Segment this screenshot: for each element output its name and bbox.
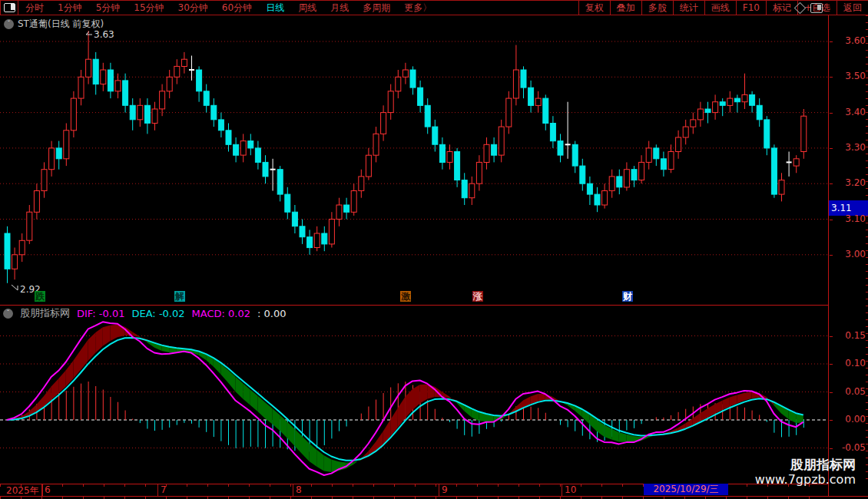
month-separator (562, 484, 562, 496)
period-tab-多周期[interactable]: 多周期 (356, 2, 397, 15)
diamond-icon[interactable] (794, 2, 807, 15)
high-price-annotation: 3.63 (94, 29, 114, 40)
price-label-3.20: 3.20 (829, 177, 866, 188)
price-label-3.60: 3.60 (829, 35, 866, 46)
macd-readout: MACD: 0.02 (192, 308, 250, 319)
watermark-url: www.7gpzb.com (755, 472, 856, 487)
pane-split-icon[interactable] (810, 3, 823, 13)
macd-indicator-pane[interactable]: ˇ 股朋指标网 DIF: -0.01 DEA: -0.02 MACD: 0.02… (0, 306, 828, 484)
period-toolbar: 分时1分钟5分钟15分钟30分钟60分钟日线周线月线多周期更多〉 复权叠加多股统… (0, 0, 868, 15)
axis-tick (830, 364, 833, 365)
signal-marker-激: 激 (400, 291, 411, 302)
macd-label-0.00: 0.00 (829, 414, 866, 425)
indicator-collapse-icon[interactable]: ˇ (3, 309, 13, 319)
collapse-chevron-icon[interactable]: ˇ (4, 19, 14, 29)
period-tab-5分钟[interactable]: 5分钟 (89, 2, 128, 15)
period-tab-group: 分时1分钟5分钟15分钟30分钟60分钟日线周线月线多周期更多〉 (18, 1, 439, 15)
month-label-7: 7 (161, 484, 167, 495)
signal-marker-财: 财 (622, 291, 633, 302)
split-window-icon (4, 3, 15, 12)
month-label-10: 10 (565, 484, 576, 495)
month-separator (293, 484, 293, 496)
stock-app-window: 分时1分钟5分钟15分钟30分钟60分钟日线周线月线多周期更多〉 复权叠加多股统… (0, 0, 868, 499)
period-tab-分时[interactable]: 分时 (18, 2, 51, 15)
tool-button-画线[interactable]: 画线 (704, 1, 736, 15)
tool-button-统计[interactable]: 统计 (673, 1, 704, 15)
month-label-9: 9 (442, 484, 448, 495)
selected-date-badge: 2025/10/29/三 (644, 484, 728, 495)
chart-title-bar: ˇ ST通葡(日线 前复权) (4, 18, 104, 31)
month-label-8: 8 (296, 484, 302, 495)
dea-readout: DEA: -0.02 (131, 308, 184, 319)
month-separator (41, 484, 42, 496)
axis-tick (830, 420, 833, 421)
period-tab-30分钟[interactable]: 30分钟 (171, 2, 215, 15)
month-separator (157, 484, 158, 496)
axis-tick (830, 77, 833, 78)
period-tab-60分钟[interactable]: 60分钟 (215, 2, 259, 15)
right-axis-column[interactable]: 3.11 3.603.503.403.303.203.103.000.150.1… (828, 15, 868, 496)
price-label-3.10: 3.10 (829, 213, 866, 224)
watermark-name: 股朋指标网 (755, 457, 856, 472)
period-tab-日线[interactable]: 日线 (259, 2, 291, 15)
tool-button-F10[interactable]: F10 (736, 1, 766, 15)
macd-label--0.05: -0.05 (829, 442, 866, 453)
axis-tick (830, 392, 833, 393)
chart-title: ST通葡(日线 前复权) (18, 18, 104, 31)
period-tab-更多〉[interactable]: 更多〉 (397, 2, 439, 15)
price-label-3.50: 3.50 (829, 71, 866, 81)
extra-readout: : 0.00 (257, 308, 286, 319)
price-label-3.30: 3.30 (829, 142, 866, 153)
candlestick-pane[interactable]: ˇ ST通葡(日线 前复权) 3.63 2.92 跌解激涨财 (0, 15, 828, 305)
month-label-6: 6 (45, 484, 51, 495)
price-label-3.40: 3.40 (829, 107, 866, 117)
signal-marker-涨: 涨 (472, 291, 483, 302)
period-tab-月线[interactable]: 月线 (323, 2, 356, 15)
macd-label-0.05: 0.05 (829, 386, 866, 397)
site-watermark: 股朋指标网 www.7gpzb.com (755, 457, 856, 487)
tool-button-group: 复权叠加多股统计画线F10标记+自选返回 (578, 1, 868, 15)
price-label-3.00: 3.00 (829, 249, 866, 259)
axis-tick (830, 448, 833, 449)
tool-button-多股[interactable]: 多股 (641, 1, 673, 15)
tool-button-返回[interactable]: 返回 (837, 1, 868, 15)
indicator-name: 股朋指标网 (20, 306, 70, 320)
macd-label-0.15: 0.15 (829, 330, 866, 341)
period-tab-周线[interactable]: 周线 (291, 2, 323, 15)
period-tab-1分钟[interactable]: 1分钟 (51, 2, 89, 15)
axis-tick (830, 336, 833, 337)
axis-tick (830, 255, 833, 256)
year-separator (42, 484, 43, 496)
axis-tick (830, 113, 833, 114)
tool-button-复权[interactable]: 复权 (578, 1, 610, 15)
month-separator (439, 484, 439, 496)
date-axis[interactable]: 2025年 678910 2025/10/29/三 (0, 484, 868, 496)
date-axis-bottom-line (0, 496, 868, 497)
pane-divider-line (0, 305, 868, 306)
date-axis-top-line (0, 484, 868, 484)
tool-button-标记[interactable]: 标记 (766, 1, 797, 15)
macd-label-0.10: 0.10 (829, 358, 866, 368)
layout-toggle-button[interactable] (0, 1, 18, 15)
tool-button-叠加[interactable]: 叠加 (610, 1, 641, 15)
dif-readout: DIF: -0.01 (77, 308, 124, 319)
signal-marker-解: 解 (174, 291, 185, 302)
axis-tick (830, 183, 833, 184)
macd-chart[interactable] (0, 306, 828, 484)
period-tab-15分钟[interactable]: 15分钟 (127, 2, 171, 15)
candlestick-chart[interactable] (0, 15, 828, 305)
axis-tick (830, 220, 833, 220)
title-corner-icons (796, 3, 823, 13)
axis-tick (830, 148, 833, 149)
indicator-header: ˇ 股朋指标网 DIF: -0.01 DEA: -0.02 MACD: 0.02… (3, 306, 286, 320)
axis-tick (830, 41, 833, 42)
signal-marker-跌: 跌 (35, 291, 45, 302)
